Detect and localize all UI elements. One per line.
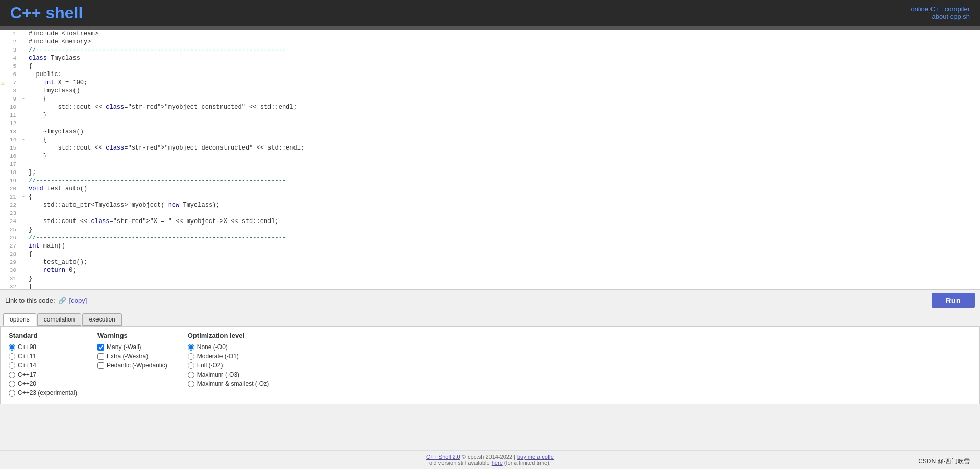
table-row: 25} — [0, 226, 980, 234]
copy-link[interactable]: [copy] — [69, 297, 87, 304]
about-link[interactable]: about cpp.sh — [911, 13, 970, 20]
table-row: 6 public: — [0, 70, 980, 79]
std-cpp11[interactable]: C++11 — [9, 353, 77, 360]
table-row: 2#include <memory> — [0, 38, 980, 46]
standard-group: Standard C++98 C++11 C++14 C++17 C++20 C… — [9, 332, 77, 399]
table-row: 21-{ — [0, 193, 980, 201]
line-content: { — [27, 62, 32, 70]
opt-o3[interactable]: Maximum (-O3) — [188, 371, 269, 378]
footer-here-link[interactable]: here — [492, 460, 503, 466]
fold-icon[interactable]: - — [20, 95, 27, 103]
table-row: 9- { — [0, 95, 980, 103]
line-content: std::cout << class="str-red">"myobject c… — [27, 103, 297, 111]
footer-version-link[interactable]: C++ Shell 2.0 — [426, 454, 460, 460]
table-row: 11 } — [0, 111, 980, 119]
footer-coffe-link[interactable]: buy me a coffe — [517, 454, 554, 460]
fold-icon[interactable]: - — [20, 136, 27, 144]
table-row: 28-{ — [0, 250, 980, 258]
bottom-bar: Link to this code: 🔗 [copy] Run — [0, 290, 980, 311]
line-number: 17 — [0, 160, 20, 168]
warn-wpedantic[interactable]: Pedantic (-Wpedantic) — [97, 362, 167, 369]
link-label: Link to this code: — [5, 297, 55, 304]
line-number: 31 — [0, 275, 20, 283]
footer-old: old version still available here (for a … — [429, 460, 551, 466]
line-number: 22 — [0, 201, 20, 209]
line-content: class Tmyclass — [27, 54, 80, 62]
fold-icon[interactable]: - — [20, 193, 27, 201]
warnings-title: Warnings — [97, 332, 167, 339]
table-row: 20void test_auto() — [0, 185, 980, 193]
line-content: std::cout << class="str-red">"X = " << m… — [27, 217, 279, 226]
line-content: return 0; — [27, 266, 77, 275]
table-row: 1#include <iostream> — [0, 30, 980, 38]
footer-version: C++ Shell 2.0 © cpp.sh 2014-2022 | buy m… — [426, 454, 554, 460]
std-cpp17[interactable]: C++17 — [9, 371, 77, 378]
tab-options[interactable]: options — [3, 313, 36, 326]
table-row: ⚠7 int X = 100; — [0, 79, 980, 87]
line-number: 20 — [0, 185, 20, 193]
warn-wextra[interactable]: Extra (-Wextra) — [97, 353, 167, 360]
line-number: 11 — [0, 111, 20, 119]
fold-icon[interactable]: - — [20, 250, 27, 258]
std-cpp20[interactable]: C++20 — [9, 380, 77, 387]
line-number: 18 — [0, 168, 20, 177]
line-content: { — [27, 193, 32, 201]
line-number: 27 — [0, 242, 20, 250]
line-content: public: — [27, 70, 62, 79]
line-number: 26 — [0, 234, 20, 242]
line-number: 12 — [0, 119, 20, 128]
line-number: 13 — [0, 128, 20, 136]
line-content: std::auto_ptr<Tmyclass> myobject( new Tm… — [27, 201, 219, 209]
opt-o0[interactable]: None (-O0) — [188, 343, 269, 351]
toolbar-bar — [0, 26, 980, 30]
table-row: 14- { — [0, 136, 980, 144]
run-button[interactable]: Run — [932, 293, 975, 308]
std-cpp98[interactable]: C++98 — [9, 343, 77, 351]
line-number: 8 — [0, 87, 20, 95]
table-row: 13 ~Tmyclass() — [0, 128, 980, 136]
tab-compilation[interactable]: compilation — [37, 313, 82, 326]
tab-execution[interactable]: execution — [82, 313, 121, 326]
std-cpp23[interactable]: C++23 (experimental) — [9, 389, 77, 397]
opt-o2[interactable]: Full (-O2) — [188, 362, 269, 369]
line-number: 5 — [0, 62, 20, 70]
line-content: } — [27, 152, 47, 160]
online-compiler-link[interactable]: online C++ compiler — [911, 5, 970, 13]
opt-o1[interactable]: Moderate (-O1) — [188, 353, 269, 360]
line-content: } — [27, 275, 32, 283]
warning-icon: ⚠ — [1, 79, 5, 87]
optimization-title: Optimization level — [188, 332, 269, 339]
line-content: int main() — [27, 242, 65, 250]
line-content: #include <memory> — [27, 38, 91, 46]
warn-wall[interactable]: Many (-Wall) — [97, 343, 167, 351]
table-row: 30 return 0; — [0, 266, 980, 275]
tabs-bar: options compilation execution — [0, 311, 980, 326]
line-content: //--------------------------------------… — [27, 46, 286, 54]
table-row: 29 test_auto(); — [0, 258, 980, 266]
line-content: #include <iostream> — [27, 30, 99, 38]
line-content: Tmyclass() — [27, 87, 80, 95]
line-content: { — [27, 136, 47, 144]
code-editor[interactable]: 1#include <iostream>2#include <memory>3/… — [0, 30, 980, 290]
standard-title: Standard — [9, 332, 77, 339]
footer: C++ Shell 2.0 © cpp.sh 2014-2022 | buy m… — [0, 450, 980, 469]
footer-right-text: CSDN @·西门吹雪 — [918, 457, 970, 466]
header-right: online C++ compiler about cpp.sh — [911, 5, 970, 20]
line-number: 9 — [0, 95, 20, 103]
opt-oz[interactable]: Maximum & smallest (-Oz) — [188, 380, 269, 387]
table-row: 22 std::auto_ptr<Tmyclass> myobject( new… — [0, 201, 980, 209]
fold-icon[interactable]: - — [20, 62, 27, 70]
line-number: 1 — [0, 30, 20, 38]
header: C++ shell online C++ compiler about cpp.… — [0, 0, 980, 26]
line-content: }; — [27, 168, 36, 177]
std-cpp14[interactable]: C++14 — [9, 362, 77, 369]
line-number: 28 — [0, 250, 20, 258]
optimization-group: Optimization level None (-O0) Moderate (… — [188, 332, 269, 399]
line-number: 16 — [0, 152, 20, 160]
table-row: 19//------------------------------------… — [0, 177, 980, 185]
table-row: 24 std::cout << class="str-red">"X = " <… — [0, 217, 980, 226]
table-row: 16 } — [0, 152, 980, 160]
table-row: 27int main() — [0, 242, 980, 250]
line-content: //--------------------------------------… — [27, 234, 286, 242]
table-row: 18}; — [0, 168, 980, 177]
